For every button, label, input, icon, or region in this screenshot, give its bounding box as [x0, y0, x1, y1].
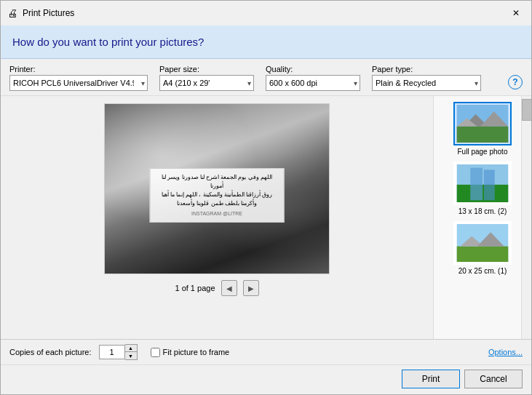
title-bar: 🖨 Print Pictures ✕ [1, 1, 531, 25]
paper-size-group: Paper size: A4 (210 x 29' [159, 65, 254, 91]
paper-size-label: Paper size: [159, 65, 254, 73]
thumbnail-wrap-2 [453, 161, 512, 205]
cancel-button[interactable]: Cancel [464, 370, 523, 388]
quality-group: Quality: 600 x 600 dpi [266, 65, 360, 91]
svg-rect-1 [457, 127, 509, 143]
help-button[interactable]: ? [508, 75, 523, 89]
print-dialog: 🖨 Print Pictures ✕ How do you want to pr… [0, 0, 532, 395]
scrollbar-thumb[interactable] [522, 99, 531, 121]
preview-frame: اللهم وفي يوم الجمعة اشرح لنا صدورنا ويس… [104, 103, 330, 274]
printer-select[interactable]: RICOH PCL6 UniversalDriver V4.9 [9, 75, 148, 91]
header-banner: How do you want to print your pictures? [1, 25, 531, 59]
prev-page-button[interactable]: ◀ [221, 280, 237, 296]
paper-type-select-wrapper[interactable]: Plain & Recycled [372, 75, 481, 91]
dialog-title: Print Pictures [23, 8, 74, 18]
paper-size-select[interactable]: A4 (210 x 29' [159, 75, 254, 91]
next-page-button[interactable]: ▶ [243, 280, 259, 296]
main-content: اللهم وفي يوم الجمعة اشرح لنا صدورنا ويس… [1, 96, 531, 339]
quality-select-wrapper[interactable]: 600 x 600 dpi [266, 75, 360, 91]
controls-row: Printer: RICOH PCL6 UniversalDriver V4.9… [1, 59, 531, 96]
thumbnail-image-2 [456, 164, 509, 202]
paper-type-select[interactable]: Plain & Recycled [372, 75, 481, 91]
pagination-text: 1 of 1 page [175, 284, 215, 292]
spinner-buttons: ▲ ▼ [125, 344, 138, 360]
arabic-line1: اللهم وفي يوم الجمعة اشرح لنا صدورنا ويس… [158, 173, 277, 191]
copies-label: Copies of each picture: [9, 348, 92, 356]
thumbnail-label-3: 20 x 25 cm. (1) [458, 267, 507, 275]
preview-image: اللهم وفي يوم الجمعة اشرح لنا صدورنا ويس… [105, 104, 329, 274]
bottom-bar: Copies of each picture: ▲ ▼ Fit picture … [1, 339, 531, 364]
arabic-line2: روق أرزاقنا الطمأنينة والسكينة ، اللهم إ… [158, 191, 277, 199]
options-link[interactable]: Options... [488, 348, 523, 356]
printer-group: Printer: RICOH PCL6 UniversalDriver V4.9 [9, 65, 148, 91]
spinner-down-button[interactable]: ▼ [125, 352, 137, 359]
preview-area: اللهم وفي يوم الجمعة اشرح لنا صدورنا ويس… [1, 96, 433, 339]
svg-rect-8 [484, 169, 495, 200]
fit-picture-checkbox[interactable] [151, 348, 160, 357]
thumbnail-item-3[interactable]: 20 x 25 cm. (1) [445, 221, 521, 275]
thumbnail-image-1 [456, 105, 509, 143]
printer-label: Printer: [9, 65, 148, 73]
fit-picture-label: Fit picture to frame [163, 348, 230, 356]
paper-type-group: Paper type: Plain & Recycled [372, 65, 481, 91]
printer-select-wrapper[interactable]: RICOH PCL6 UniversalDriver V4.9 [9, 75, 148, 91]
thumbnail-label-1: Full page photo [458, 148, 508, 156]
paper-type-label: Paper type: [372, 65, 481, 73]
pagination: 1 of 1 page ◀ ▶ [175, 280, 258, 296]
header-question: How do you want to print your pictures? [12, 36, 204, 48]
title-bar-left: 🖨 Print Pictures [7, 7, 74, 19]
paper-size-select-wrapper[interactable]: A4 (210 x 29' [159, 75, 254, 91]
thumbnail-label-2: 13 x 18 cm. (2) [458, 207, 507, 215]
app-icon: 🖨 [7, 7, 18, 19]
thumbnail-wrap-3 [453, 221, 512, 265]
spinner-up-button[interactable]: ▲ [125, 345, 137, 352]
quality-label: Quality: [266, 65, 360, 73]
svg-rect-7 [470, 168, 483, 201]
arabic-line3: وأكرمنا بلطف طمن قلوبنا وأسعدنا [158, 199, 277, 208]
action-buttons: Print Cancel [1, 364, 531, 394]
fit-picture-group[interactable]: Fit picture to frame [151, 348, 230, 357]
thumbnails-panel: Full page photo 13 x 18 cm. (2) [433, 96, 531, 339]
arabic-text-overlay: اللهم وفي يوم الجمعة اشرح لنا صدورنا ويس… [150, 168, 285, 223]
thumbnail-image-3 [456, 224, 509, 262]
quality-select[interactable]: 600 x 600 dpi [266, 75, 360, 91]
thumbnail-wrap-1 [453, 102, 512, 145]
scrollbar-track[interactable] [521, 96, 531, 339]
copies-spinner[interactable]: ▲ ▼ [99, 344, 138, 360]
thumbnail-item-2[interactable]: 13 x 18 cm. (2) [445, 161, 521, 215]
thumbnail-item-1[interactable]: Full page photo [445, 102, 521, 156]
svg-rect-10 [457, 247, 509, 262]
watermark: INSTAGRAM @LITRE [158, 210, 277, 218]
print-button[interactable]: Print [402, 370, 460, 388]
close-button[interactable]: ✕ [507, 5, 525, 21]
copies-input[interactable] [99, 345, 125, 359]
